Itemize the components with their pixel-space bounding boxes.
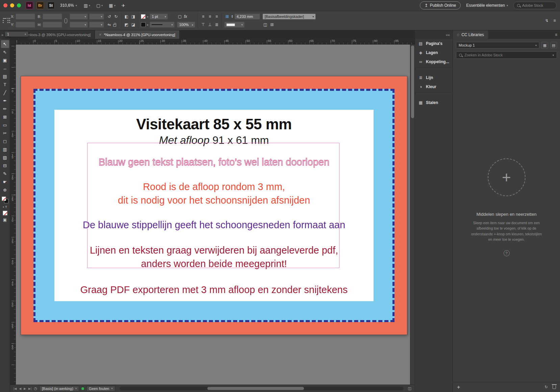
split-layout-icon[interactable]: ◫ [408, 386, 411, 391]
add-content-button[interactable]: + [457, 384, 460, 390]
pasteboard[interactable]: Visitekaart 85 x 55 mm Met afloop 91 x 6… [16, 45, 410, 385]
align-right-icon[interactable]: ≡ [214, 14, 219, 20]
first-page-button[interactable]: |◀ [14, 387, 17, 390]
rotation-angle-select[interactable]: ▾ [89, 14, 104, 20]
width-field[interactable] [43, 14, 62, 20]
flip-v-icon[interactable]: ◨ [130, 14, 136, 20]
lock-icon[interactable] [113, 24, 116, 27]
pencil-tool[interactable]: ✏ [1, 105, 9, 113]
fit-frame-icon[interactable]: ⊞ [269, 22, 275, 28]
align-left-icon[interactable]: ≡ [200, 14, 206, 20]
stock-search-input[interactable] [522, 3, 551, 7]
rectangle-tool[interactable]: ▭ [1, 121, 9, 129]
object-style-select[interactable]: [Basisafbeeldingskader]▾ [262, 14, 316, 20]
screen-mode-button[interactable]: ▢▾ [95, 2, 104, 9]
document-page[interactable]: Visitekaart 85 x 55 mm Met afloop 91 x 6… [21, 76, 407, 335]
bleed-instruction-red-1[interactable]: Rood is de afloop rondom 3 mm, [143, 181, 285, 192]
rotate-cw-icon[interactable]: ↻ [113, 14, 119, 20]
arrange-documents-button[interactable]: ▦▾ [107, 2, 117, 9]
last-page-button[interactable]: ▶| [28, 387, 31, 390]
rectangle-frame-tool[interactable]: ⊠ [1, 113, 9, 121]
vertical-scrollbar[interactable] [410, 45, 415, 385]
line-tool[interactable]: ╱ [1, 89, 9, 97]
remove-instruction-2[interactable]: anders worden beide meegeprint! [141, 258, 287, 269]
adobe-stock-search[interactable] [513, 2, 557, 9]
stroke-none-swatch[interactable] [2, 197, 6, 201]
flip-horizontal-icon[interactable]: ⇋ [106, 22, 112, 28]
fit-content-icon[interactable]: ◫ [262, 22, 268, 28]
chevron-right-icon[interactable]: ▸ [147, 15, 148, 18]
rotate-90-icon[interactable]: ◩ [124, 22, 129, 28]
gutter-field[interactable]: 4,233 mm [234, 14, 260, 20]
cc-search-bar[interactable]: ▾ [456, 51, 557, 59]
bleed-instruction-blue[interactable]: Blauw geen tekst plaatsen, foto’s wel la… [99, 157, 329, 168]
gutter-stepper[interactable]: ▲▼ [231, 15, 233, 18]
height-field[interactable] [43, 22, 62, 28]
zoom-tool[interactable]: ⊕ [1, 186, 9, 194]
previous-page-button[interactable]: ◀ [19, 387, 21, 390]
gradient-swatch-tool[interactable]: ▥ [1, 146, 9, 153]
delete-icon[interactable] [553, 385, 556, 389]
reference-point-dot[interactable] [7, 22, 8, 23]
gradient-feather-tool[interactable]: ▨ [1, 154, 9, 161]
fill-stroke-swatches[interactable] [2, 197, 8, 203]
pen-tool[interactable]: ✒ [1, 97, 9, 105]
formatting-affects-text-icon[interactable]: T [5, 205, 7, 209]
layers-panel-button[interactable]: ◈Lagen [415, 48, 453, 57]
expand-panels-icon[interactable]: «« [415, 30, 453, 39]
reference-point-dot[interactable] [7, 18, 8, 19]
constrain-proportions-icon[interactable] [65, 18, 67, 23]
stroke-panel-button[interactable]: ≣Lijn [415, 73, 453, 82]
gap-tool[interactable]: ↔ [1, 64, 9, 72]
cc-search-input[interactable] [464, 53, 550, 57]
remove-instruction-1[interactable]: Lijnen en teksten graag verwijderen bij … [90, 245, 338, 256]
flip-h-icon[interactable]: ◧ [124, 14, 129, 20]
content-collector-tool[interactable]: ▤ [1, 73, 9, 80]
x-position-field[interactable] [16, 14, 35, 20]
preflight-profile-select[interactable]: [Basis] (in werking) ▾ [40, 386, 79, 391]
reference-point-dot[interactable] [3, 22, 4, 23]
horizontal-scrollbar[interactable] [120, 387, 404, 390]
pages-panel-button[interactable]: ▤Pagina's [415, 39, 453, 48]
view-options-button[interactable]: ▥▾ [82, 2, 92, 9]
effects-button[interactable]: fx [184, 14, 187, 19]
hand-tool[interactable]: ☛ [1, 178, 9, 186]
align-center-icon[interactable]: ≡ [207, 14, 212, 20]
formatting-affects-container-icon[interactable]: ▪ [3, 205, 4, 209]
fill-color-swatch[interactable] [141, 22, 146, 27]
rotate-180-icon[interactable]: ◪ [130, 22, 136, 28]
scale-y-select[interactable]: ▾ [70, 22, 88, 28]
next-page-button[interactable]: ▶ [24, 387, 26, 390]
justify-icon[interactable]: ≣ [214, 22, 219, 28]
tab-close-icon[interactable]: × [99, 32, 101, 37]
rotate-ccw-icon[interactable]: ↺ [106, 14, 112, 20]
page-tool[interactable]: ▣ [1, 56, 9, 64]
opacity-select[interactable]: 100%▸ [177, 22, 195, 28]
eyedropper-tool[interactable]: ✎ [1, 170, 9, 178]
color-panel-button[interactable]: ◑Kleur [415, 82, 453, 91]
stroke-color-swatch[interactable] [141, 14, 146, 19]
control-panel-menu-icon[interactable]: ≡ [552, 18, 557, 24]
reference-point-dot[interactable] [3, 18, 7, 19]
horizontal-scrollbar-thumb[interactable] [207, 387, 304, 390]
free-transform-tool[interactable]: ◻ [1, 137, 9, 145]
horizontal-ruler[interactable]: 0510152025303540455055606570758085 [16, 39, 415, 45]
ruler-origin-corner[interactable] [10, 39, 16, 45]
document-tab[interactable]: ×*Naamloos-4 @ 311% [GPU-voorvertoning] [95, 30, 180, 39]
direct-selection-tool[interactable]: ⇖ [1, 48, 9, 56]
publish-online-button[interactable]: ↥ Publish Online [420, 1, 461, 9]
cc-libraries-tab[interactable]: ◌ CC Libraries [453, 30, 488, 39]
chevron-right-icon[interactable]: ▸ [147, 23, 148, 26]
page-number-select[interactable]: 1 ▾ [5, 31, 28, 37]
help-button[interactable]: ? [504, 250, 510, 256]
swatch-quick-select[interactable]: ▾ [224, 22, 245, 28]
zoom-level-select[interactable]: 310,6% ▾ [58, 2, 79, 9]
bridge-button[interactable]: Br [36, 2, 44, 9]
type-tool[interactable]: T [1, 81, 9, 88]
scissors-tool[interactable]: ✂ [1, 129, 9, 137]
links-panel-button[interactable]: ∞Koppeling... [415, 57, 453, 66]
export-instruction[interactable]: Graag PDF exporteren met 3 mm afloop en … [80, 284, 348, 295]
list-view-button[interactable]: ▤ [550, 42, 557, 49]
reference-point-proxy[interactable] [3, 18, 8, 24]
stock-button[interactable]: St [47, 2, 55, 9]
